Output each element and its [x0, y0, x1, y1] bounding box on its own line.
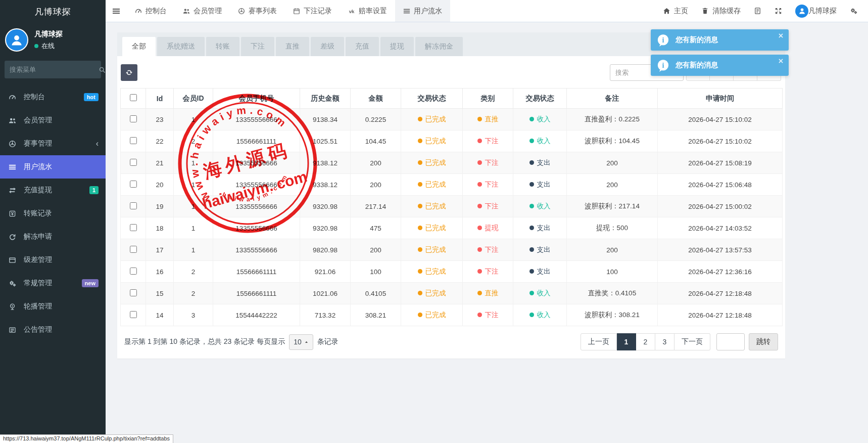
cell-member-id: 1 — [174, 152, 213, 174]
user-menu[interactable]: 凡博球探 — [789, 0, 843, 22]
nav-tab[interactable]: 下注记录 — [285, 0, 340, 22]
records-card: 全部系统赠送转账下注直推差级充值提现解冻佣金 Id会员ID会员手机 — [117, 32, 785, 359]
prev-page-button[interactable]: 上一页 — [581, 333, 617, 350]
filter-tab[interactable]: 充值 — [346, 37, 379, 56]
sidebar-item-bars[interactable]: 用户流水 — [0, 155, 106, 179]
hamburger-icon — [112, 7, 120, 15]
cell-member-id: 1 — [174, 109, 213, 130]
filter-tab[interactable]: 提现 — [380, 37, 414, 56]
cell-phone: 13355556666 — [213, 196, 300, 217]
filter-tab[interactable]: 解冻佣金 — [415, 37, 463, 56]
nav-tab[interactable]: vk赔率设置 — [340, 0, 395, 22]
close-icon[interactable] — [778, 58, 784, 64]
sidebar-badge: hot — [84, 93, 99, 101]
calendar-icon — [293, 8, 300, 15]
page-button-1[interactable]: 1 — [617, 333, 636, 350]
select-all-checkbox[interactable] — [130, 94, 137, 101]
cell-phone: 15566661111 — [213, 130, 300, 152]
cell-amount: 308.21 — [351, 304, 401, 326]
sidebar-item-label: 转账记录 — [24, 209, 52, 218]
search-icon[interactable] — [99, 66, 106, 73]
sidebar-toggle-button[interactable] — [106, 0, 127, 22]
row-checkbox[interactable] — [130, 268, 137, 275]
cell-amount: 0.4105 — [351, 283, 401, 304]
row-checkbox[interactable] — [130, 202, 137, 209]
sidebar-item-carousel[interactable]: 轮播管理 — [0, 295, 106, 318]
filter-tab[interactable]: 直推 — [276, 37, 309, 56]
clear-cache-link[interactable]: 清除缓存 — [695, 0, 747, 22]
row-checkbox[interactable] — [130, 289, 137, 296]
row-checkbox[interactable] — [130, 311, 137, 318]
page-jump-button[interactable]: 跳转 — [749, 333, 778, 350]
nav-tab[interactable]: 会员管理 — [175, 0, 230, 22]
cell-category: 下注 — [463, 130, 513, 152]
sidebar-item-label: 公告管理 — [24, 325, 52, 334]
sidebar-item-label: 常规管理 — [24, 279, 52, 288]
nav-tab[interactable]: 用户流水 — [395, 0, 450, 22]
sidebar-item-announce[interactable]: 公告管理 — [0, 318, 106, 341]
row-checkbox[interactable] — [130, 137, 137, 144]
settings-button[interactable] — [843, 0, 864, 22]
gauge-icon — [135, 8, 142, 15]
sidebar-item-label: 赛事管理 — [24, 139, 52, 148]
sidebar-item-redo[interactable]: 解冻申请 — [0, 225, 106, 248]
sidebar-item-users[interactable]: 会员管理 — [0, 109, 106, 132]
sidebar-search-input[interactable] — [10, 66, 99, 73]
cell-history-amount: 9138.12 — [300, 152, 351, 174]
sidebar-item-soccer[interactable]: 赛事管理‹ — [0, 132, 106, 155]
cell-phone: 13355556666 — [213, 239, 300, 261]
filter-tab[interactable]: 差级 — [311, 37, 344, 56]
table-row: 171133555566669820.98200已完成下注支出2002026-0… — [121, 239, 783, 261]
cell-id: 19 — [146, 196, 174, 217]
row-checkbox[interactable] — [130, 115, 137, 122]
filter-tab[interactable]: 转账 — [206, 37, 239, 56]
home-link[interactable]: 主页 — [656, 0, 695, 22]
fullscreen-button[interactable] — [768, 0, 789, 22]
cell-category: 下注 — [463, 304, 513, 326]
sidebar-item-exchange[interactable]: 充值提现1 — [0, 179, 106, 202]
page-jump-input[interactable] — [716, 333, 745, 350]
cell-id: 16 — [146, 261, 174, 283]
cell-time: 2026-04-27 13:57:53 — [658, 239, 783, 261]
cell-amount: 100 — [351, 261, 401, 283]
cell-category: 下注 — [463, 152, 513, 174]
sidebar-search — [5, 61, 101, 78]
cell-remark: 波胆获利：104.45 — [567, 130, 658, 152]
column-header: 历史金额 — [300, 88, 351, 109]
cell-remark: 提现：500 — [567, 217, 658, 239]
pagination-summary: 显示第 1 到第 10 条记录，总共 23 条记录 每页显示 10 条记录 — [124, 334, 339, 350]
next-page-button[interactable]: 下一页 — [674, 333, 710, 350]
sidebar-item-label: 用户流水 — [24, 162, 52, 171]
cell-member-id: 1 — [174, 217, 213, 239]
sidebar-item-cogs[interactable]: 常规管理new — [0, 272, 106, 295]
nav-tab[interactable]: 赛事列表 — [230, 0, 285, 22]
nav-link-label: 凡博球探 — [808, 7, 837, 16]
filter-tab[interactable]: 全部 — [122, 37, 156, 56]
page-size-select[interactable]: 10 — [289, 334, 313, 350]
refresh-button[interactable] — [121, 64, 137, 81]
cell-id: 18 — [146, 217, 174, 239]
cell-history-amount: 9320.98 — [300, 196, 351, 217]
close-icon[interactable] — [778, 33, 784, 38]
page-button-3[interactable]: 3 — [655, 333, 674, 350]
row-checkbox[interactable] — [130, 159, 137, 166]
nav-tab[interactable]: 控制台 — [127, 0, 175, 22]
column-header: Id — [146, 88, 174, 109]
log-button[interactable] — [747, 0, 768, 22]
sidebar-item-window[interactable]: 级差管理 — [0, 248, 106, 272]
sidebar-item-money-doc[interactable]: 转账记录 — [0, 202, 106, 225]
status-bar-url: https://713.haiwaiym37.top/ANgM111rRCulp… — [0, 434, 173, 443]
row-checkbox[interactable] — [130, 246, 137, 253]
cell-amount: 200 — [351, 174, 401, 196]
toast-message: 您有新的消息 — [676, 35, 718, 45]
page-button-2[interactable]: 2 — [636, 333, 655, 350]
table-row: 152155666611111021.060.4105已完成直推收入直推奖：0.… — [121, 283, 783, 304]
sidebar-item-label: 充值提现 — [24, 186, 52, 195]
nav-tab-label: 会员管理 — [194, 7, 222, 16]
sidebar-item-gauge[interactable]: 控制台hot — [0, 85, 106, 109]
filter-tab[interactable]: 下注 — [241, 37, 274, 56]
filter-tab[interactable]: 系统赠送 — [157, 37, 205, 56]
cell-status: 已完成 — [401, 130, 463, 152]
row-checkbox[interactable] — [130, 181, 137, 188]
row-checkbox[interactable] — [130, 224, 137, 231]
